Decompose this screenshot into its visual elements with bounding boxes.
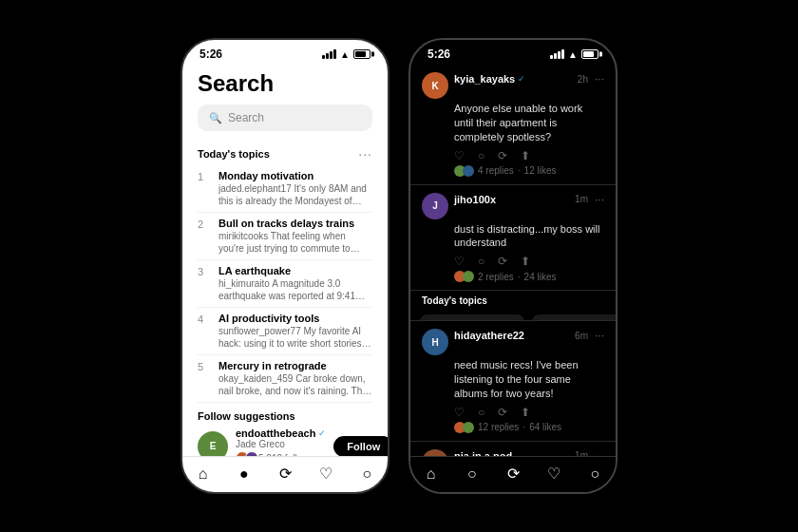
tweet-2: J jiho100x 1m ··· dust is distracting...… (410, 185, 616, 292)
share-icon-3[interactable]: ⬆ (521, 406, 530, 419)
status-icons-2: ▲ (550, 49, 598, 60)
share-icon-1[interactable]: ⬆ (521, 149, 530, 162)
follow-card: E endoatthebeach ✓ Jade Greco 5,012 foll… (198, 428, 372, 456)
tweet-1-meta: kyia_kayaks ✓ 2h ··· (454, 72, 604, 86)
topic-preview: sunflower_power77 My favorite AI hack: u… (218, 325, 372, 350)
nav-profile-1[interactable]: ○ (347, 465, 388, 483)
topic-title: LA earthquake (218, 265, 372, 276)
comment-icon-1[interactable]: ○ (478, 149, 484, 162)
share-icon-2[interactable]: ⬆ (521, 255, 530, 268)
nav-likes-2[interactable]: ♡ (534, 465, 575, 483)
status-bar-1: 5:26 ▲ (182, 40, 388, 65)
topics-label: Today's topics (198, 148, 270, 160)
topic-number: 2 (198, 218, 209, 255)
tweet-2-replies: 2 replies (478, 272, 514, 282)
tweet-1-more[interactable]: ··· (595, 72, 604, 86)
tweet-4-avatar: P (422, 449, 448, 456)
tweet-2-text: dust is distracting...my boss will under… (422, 222, 604, 251)
topics-section-dark: Today's topics (410, 291, 616, 309)
bottom-nav-2: ⌂ ○ ⟳ ♡ ○ (410, 456, 616, 492)
tweet-2-more[interactable]: ··· (595, 193, 604, 206)
battery-icon-2 (581, 49, 598, 59)
tweet-1-verified: ✓ (518, 74, 525, 84)
follow-name-row: endoatthebeach ✓ (236, 428, 326, 439)
topic-item[interactable]: 5 Mercury in retrograde okay_kaiden_459 … (198, 355, 372, 403)
retweet-icon-3[interactable]: ⟳ (498, 406, 507, 419)
tweet-4-more[interactable]: ··· (595, 449, 604, 456)
nav-likes-1[interactable]: ♡ (306, 465, 347, 483)
tweet-3-username: hidayathere22 (454, 330, 524, 341)
search-bar[interactable]: 🔍 Search (198, 104, 372, 131)
heart-icon-2[interactable]: ♡ (454, 255, 465, 268)
nav-search-1[interactable]: ● (223, 465, 264, 483)
tweet-3-more[interactable]: ··· (595, 329, 604, 342)
signal-icon (322, 49, 336, 59)
signal-icon-2 (550, 49, 564, 59)
topics-label-dark: Today's topics (422, 295, 487, 306)
follow-username: endoatthebeach (236, 428, 315, 439)
nav-search-2[interactable]: ○ (451, 465, 492, 483)
follow-real-name: Jade Greco (236, 439, 326, 449)
topic-item[interactable]: 1 Monday motivation jaded.elephant17 It'… (198, 165, 372, 213)
heart-icon-1[interactable]: ♡ (454, 149, 465, 162)
tweet-2-username: jiho100x (454, 194, 496, 205)
topic-title: Mercury in retrograde (218, 360, 372, 371)
topic-content: Bull on tracks delays trains mirikitcook… (218, 218, 372, 255)
tweet-1-text: Anyone else unable to work until their a… (422, 102, 604, 144)
tweet-2-name-row: jiho100x 1m ··· (454, 193, 604, 206)
stat-avatars-2 (454, 271, 474, 282)
follow-section: Follow suggestions E endoatthebeach ✓ Ja… (182, 403, 388, 456)
tweet-3-stats-row: 12 replies · 64 likes (454, 422, 604, 433)
tweet-1-separator: · (518, 165, 521, 176)
nav-compose-1[interactable]: ⟳ (264, 465, 305, 483)
bottom-nav-1: ⌂ ● ⟳ ♡ ○ (182, 456, 388, 492)
follow-button[interactable]: Follow (333, 436, 388, 457)
follow-label: Follow suggestions (198, 410, 372, 422)
topic-number: 1 (198, 170, 209, 207)
tweet-3-replies: 12 replies (478, 422, 519, 432)
comment-icon-2[interactable]: ○ (478, 255, 484, 268)
nav-compose-2[interactable]: ⟳ (492, 465, 533, 483)
topics-section-header: Today's topics ··· (182, 139, 388, 165)
tweet-1-likes: 12 likes (524, 165, 557, 176)
topic-item[interactable]: 3 LA earthquake hi_kimuraito A magnitude… (198, 260, 372, 308)
avatar: E (198, 431, 228, 457)
nav-home-2[interactable]: ⌂ (410, 465, 451, 483)
tweet-2-likes: 24 likes (524, 272, 557, 282)
tweet-3: H hidayathere22 6m ··· need music recs! … (410, 321, 616, 442)
tweet-2-actions: ♡ ○ ⟳ ⬆ (422, 255, 604, 268)
retweet-icon-1[interactable]: ⟳ (498, 149, 507, 162)
wifi-icon-2: ▲ (568, 49, 578, 60)
wifi-icon: ▲ (340, 49, 350, 60)
page-title: Search (198, 70, 372, 97)
tweet-1: K kyia_kayaks ✓ 2h ··· Anyone else unabl… (410, 65, 616, 185)
topic-content: Monday motivation jaded.elephant17 It's … (218, 170, 372, 207)
retweet-icon-2[interactable]: ⟳ (498, 255, 507, 268)
phone-search: 5:26 ▲ Search 🔍 Search Today's topics ··… (180, 38, 390, 494)
tweet-1-header: K kyia_kayaks ✓ 2h ··· (422, 72, 604, 99)
topic-item[interactable]: 2 Bull on tracks delays trains mirikitco… (198, 213, 372, 260)
follow-info: endoatthebeach ✓ Jade Greco 5,012 follow… (236, 428, 326, 456)
tweet-4-name-row: pia.in.a.pod 1m ··· (454, 449, 604, 456)
search-placeholder: Search (228, 111, 264, 124)
tweet-1-stats-row: 4 replies · 12 likes (454, 165, 604, 177)
tweet-3-actions: ♡ ○ ⟳ ⬆ (422, 406, 604, 419)
nav-profile-2[interactable]: ○ (575, 465, 616, 483)
tweet-3-header: H hidayathere22 6m ··· (422, 329, 604, 355)
topic-item[interactable]: 4 AI productivity tools sunflower_power7… (198, 308, 372, 355)
tweet-1-stats: 4 replies · 12 likes (422, 165, 604, 177)
topic-content: Mercury in retrograde okay_kaiden_459 Ca… (218, 360, 372, 397)
topic-number: 5 (198, 360, 209, 397)
tweet-4-meta: pia.in.a.pod 1m ··· (454, 449, 604, 456)
tweet-2-avatar: J (422, 193, 448, 219)
comment-icon-3[interactable]: ○ (478, 406, 484, 419)
topic-card-1[interactable]: Monday motivation jaded.elephant17 It's … (420, 314, 524, 321)
stat-avatars-1 (454, 165, 474, 177)
tweet-2-sep: · (518, 272, 521, 282)
topic-card-2[interactable]: Bull o... mirikitc... up unb... (532, 314, 616, 321)
topics-more-icon[interactable]: ··· (358, 146, 372, 162)
nav-home-1[interactable]: ⌂ (182, 465, 223, 483)
heart-icon-3[interactable]: ♡ (454, 406, 465, 419)
tweet-1-avatar: K (422, 72, 448, 99)
topics-scroll-row: Monday motivation jaded.elephant17 It's … (410, 309, 616, 321)
